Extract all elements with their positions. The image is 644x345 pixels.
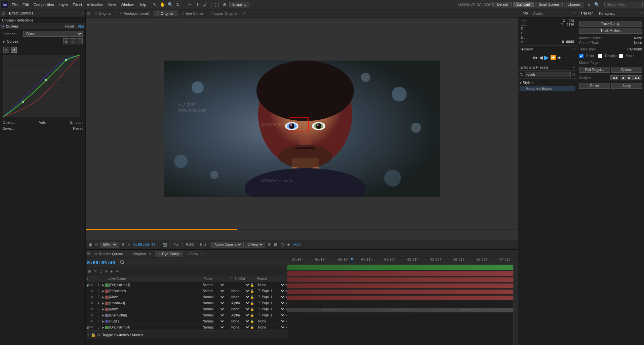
menu-edit[interactable]: Edit <box>20 2 31 8</box>
tl-tab-eye-comp[interactable]: ▷ Eye Comp <box>155 251 183 257</box>
safe-zones-btn[interactable]: ⊡ <box>273 242 278 247</box>
layer-7-video-icon[interactable]: 👁 <box>90 320 93 323</box>
layer-1-parent[interactable]: None <box>257 283 285 287</box>
zoom-tool[interactable]: 🔍 <box>167 1 174 8</box>
layer-4-parent[interactable]: 7. Pupil 1 <box>257 301 285 305</box>
layer-1-audio-icon[interactable]: 🔊 <box>86 283 90 287</box>
curves-arrow-tool[interactable]: ↗ <box>11 47 17 53</box>
tab-footage[interactable]: ✕ Footage (none) <box>116 10 153 16</box>
tab-paragraph[interactable]: Paragra... <box>597 11 617 16</box>
rotate-tool[interactable]: ↻ <box>175 1 182 8</box>
lock-icon[interactable]: 🔒 <box>91 333 96 337</box>
layer-3-parent[interactable]: 7. Pupil 1 <box>257 295 285 299</box>
tab-effect-controls[interactable]: Effect Controls <box>6 10 36 16</box>
tl-tab-original[interactable]: □ Original ✕ <box>127 251 155 257</box>
layer-3-color[interactable] <box>105 296 109 299</box>
analyze-last-btn[interactable]: ▶▶ <box>633 75 642 80</box>
layer-4-mode[interactable]: NormalScreen <box>201 301 225 305</box>
puppet-tool[interactable]: ⊕ <box>222 1 228 8</box>
layer-1-color[interactable] <box>105 283 109 287</box>
layer-6-parent[interactable]: 7. Pupil 1 <box>257 313 285 317</box>
layer-8-parent[interactable]: None <box>257 325 285 330</box>
layer-4-video-icon[interactable]: 👁 <box>90 302 93 305</box>
tab-audio[interactable]: Audio <box>531 11 545 16</box>
layer-6-trkmat[interactable]: AlphaNone <box>230 313 250 317</box>
layer-8-video-icon[interactable]: 👁 <box>90 326 93 329</box>
menu-effect[interactable]: Effect <box>70 2 84 8</box>
zoom-select[interactable]: 50%100%25% <box>102 242 117 247</box>
view-dropdown[interactable]: 1 View <box>245 242 265 247</box>
prev-last[interactable]: ⏭ <box>557 55 562 60</box>
layer-7-trkmat[interactable]: None <box>230 319 250 323</box>
layer-row-8[interactable]: 🔊 👁 8 ▶ [Original.mp4] NormalScreen <box>86 324 287 331</box>
layer-7-color[interactable] <box>105 320 109 323</box>
type-tool[interactable]: T <box>194 1 201 8</box>
layer-8-color[interactable] <box>105 326 109 329</box>
layer-row-7[interactable]: 🔊 👁 7 ▶ Pupil 1 NormalScreen <box>86 318 287 324</box>
fps-search-icon[interactable] <box>120 260 125 265</box>
layer-1-expand[interactable]: ▶ <box>102 283 105 287</box>
layer-row-4[interactable]: 🔊 👁 4 ▶ [Shadows] NormalScreen <box>86 300 287 306</box>
paint-icon[interactable]: ◈ <box>109 268 114 274</box>
camera-icon[interactable]: ⚙ <box>97 333 101 337</box>
layer-1-trkmat[interactable]: None <box>230 283 250 287</box>
workspace-expand[interactable]: » <box>586 1 592 8</box>
color-swatch[interactable] <box>521 20 526 26</box>
workspace-libraries[interactable]: Libraries <box>564 2 584 7</box>
analyze-back-btn[interactable]: ◀ <box>620 75 626 80</box>
move-tool[interactable]: ✋ <box>159 1 166 8</box>
res-toggle[interactable]: Full <box>199 242 207 247</box>
layer-6-expand[interactable]: ▶ <box>102 313 105 317</box>
tab-original[interactable]: □ Original <box>154 10 178 16</box>
workspace-standard[interactable]: Standard <box>513 2 534 7</box>
layer-4-color[interactable] <box>105 302 109 305</box>
prev-back[interactable]: ◀ <box>539 55 543 60</box>
rotation-checkbox[interactable] <box>598 54 602 58</box>
tab-layer[interactable]: □ Layer Original.mp4 <box>207 10 250 16</box>
layer-6-color[interactable] <box>105 314 109 317</box>
rect-icon[interactable]: □ <box>99 268 103 274</box>
select-tool[interactable]: ↖ <box>152 1 158 8</box>
tab-tracker[interactable]: Tracker <box>578 10 595 16</box>
grid-btn[interactable]: ⊞ <box>267 242 272 247</box>
camera-dropdown[interactable]: Active Camera <box>211 242 244 247</box>
prev-fwd[interactable]: ⏩ <box>550 55 556 60</box>
3d-btn[interactable]: ◈ <box>286 242 291 247</box>
toggle-transparency[interactable]: ▣ <box>88 242 93 247</box>
layer-7-parent[interactable]: None <box>257 319 285 323</box>
layer-2-video-icon[interactable]: 👁 <box>90 290 93 293</box>
layer-8-mode[interactable]: NormalScreen <box>201 325 225 330</box>
effects-search-input[interactable] <box>525 72 571 77</box>
layer-1-video-icon[interactable]: 👁 <box>90 283 93 287</box>
layer-row-1[interactable]: 🔊 👁 1 ▶ [Original.mp4] ScreenNormal <box>86 282 287 288</box>
curves-pencil-tool[interactable]: ✎ <box>3 47 9 53</box>
toggle-pixel-ratio[interactable]: □ <box>94 242 99 247</box>
curves-abo-btn[interactable]: Abo <box>78 25 84 28</box>
zoom-dropdown[interactable]: 50%100%25% <box>100 242 119 247</box>
curves-canvas[interactable] <box>3 55 80 117</box>
point-checkbox[interactable] <box>579 54 583 58</box>
menu-window[interactable]: Window <box>118 2 136 8</box>
menu-animation[interactable]: Animation <box>84 2 106 8</box>
layer-3-mode[interactable]: NormalScreen <box>201 295 225 299</box>
edit-target-btn[interactable]: Edit Target... <box>579 67 610 73</box>
layer-row-3[interactable]: 🔊 👁 3 ▶ [Matte] NormalScreen <box>86 294 287 300</box>
layer-3-video-icon[interactable]: 👁 <box>90 296 93 299</box>
curves-reset-btn[interactable]: Reset <box>65 25 74 28</box>
add-layer-icon[interactable]: + <box>87 333 89 337</box>
layer-7-expand[interactable]: ▶ <box>102 319 105 323</box>
layer-5-color[interactable] <box>105 308 109 311</box>
layer-2-mode[interactable]: ScreenNormal <box>201 289 225 293</box>
channel-toggle[interactable]: RGB <box>185 242 195 247</box>
layer-2-trkmat[interactable]: None <box>230 289 250 293</box>
shape-tool[interactable]: ◯ <box>214 1 220 8</box>
menu-view[interactable]: View <box>106 2 118 8</box>
quality-btn[interactable]: Full <box>172 242 180 247</box>
view-select[interactable]: 1 View <box>247 242 264 247</box>
region-of-interest[interactable]: ⌖ <box>127 242 131 247</box>
tl-tab-glow[interactable]: □ Glow <box>183 251 202 257</box>
layer-5-video-icon[interactable]: 👁 <box>90 308 93 311</box>
effects-cat-stylize-label[interactable]: ▾ Stylize <box>520 80 575 85</box>
info-expand-btn[interactable]: ≡ <box>573 11 575 15</box>
layer-8-expand[interactable]: ▶ <box>102 325 105 329</box>
